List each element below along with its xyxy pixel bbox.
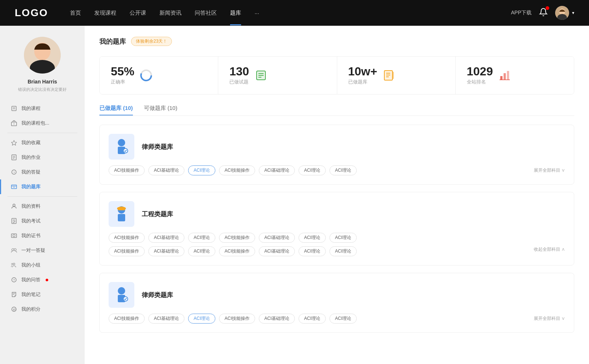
group-icon [11,262,17,268]
qa-icon: ? [11,169,17,175]
list-icon [254,69,268,82]
collapse-link-2[interactable]: 收起全部科目 ∧ [530,246,565,256]
tag-3-2[interactable]: ACI理论 [188,314,215,324]
bar-chart-icon [498,69,511,82]
bank-tags-row-2b: ACI技能操作 ACI基础理论 ACI理论 ACI技能操作 ACI基础理论 AC… [109,246,565,256]
sidebar-item-package[interactable]: 我的课程包... [0,116,85,131]
sidebar-item-homework[interactable]: 我的作业 [0,150,85,165]
tag-1-1[interactable]: ACI基础理论 [148,165,184,175]
tag-2-2[interactable]: ACI理论 [188,233,215,243]
sidebar-item-one-one[interactable]: 一对一答疑 [0,243,85,258]
tag-1-0[interactable]: ACI技能操作 [109,165,145,175]
star-icon [11,140,17,146]
svg-rect-50 [392,72,394,79]
notification-bell[interactable] [539,8,548,18]
stat-ranking: 1029 全站排名 [456,57,574,94]
tab-todo-banks[interactable]: 可做题库 (10) [144,105,177,115]
tabs-row: 已做题库 (10) 可做题库 (10) [99,105,574,116]
tag-2-4[interactable]: ACI基础理论 [259,233,295,243]
stat-done-banks: 10w+ 已做题库 [337,57,456,94]
page-header: 我的题库 体验剩余23天！ [99,37,574,46]
sidebar-item-profile[interactable]: 我的资料 [0,199,85,214]
bank-card-engineer: 工程类题库 ACI技能操作 ACI基础理论 ACI理论 ACI技能操作 ACI基… [99,192,574,265]
svg-rect-52 [504,73,506,80]
tag-2b-5[interactable]: ACI理论 [299,246,326,256]
tag-2-1[interactable]: ACI基础理论 [148,233,184,243]
tag-2-5[interactable]: ACI理论 [299,233,326,243]
tag-2b-2[interactable]: ACI理论 [188,246,215,256]
tag-1-5[interactable]: ACI理论 [299,165,326,175]
sidebar-item-bank[interactable]: 我的题库 [0,179,85,194]
tag-1-4[interactable]: ACI基础理论 [259,165,295,175]
tag-2b-1[interactable]: ACI基础理论 [148,246,184,256]
sidebar-item-notes[interactable]: 我的笔记 [0,287,85,302]
sidebar-motto: 错误的决定比没有决定要好 [18,87,67,92]
tag-3-1[interactable]: ACI基础理论 [148,314,184,324]
svg-rect-6 [12,106,16,111]
page-title: 我的题库 [99,37,126,46]
tab-done-banks[interactable]: 已做题库 (10) [99,105,133,115]
bank-card-header-1: 律师类题库 [109,134,565,160]
svg-point-29 [13,263,15,265]
user-avatar-wrap[interactable]: ▾ [555,6,574,20]
tag-1-6[interactable]: ACI理论 [329,165,357,175]
avatar [555,6,569,20]
sidebar-item-exam[interactable]: 我的考试 [0,214,85,228]
page-layout: Brian Harris 错误的决定比没有决定要好 我的课程 我的课程包... [0,26,589,364]
expand-link-1[interactable]: 展开全部科目 ∨ [530,167,565,174]
stat-accuracy-number: 55% [111,65,134,77]
app-download-button[interactable]: APP下载 [511,10,532,16]
tag-2b-4[interactable]: ACI基础理论 [259,246,295,256]
nav-discover[interactable]: 发现课程 [94,10,116,17]
tag-3-6[interactable]: ACI理论 [329,314,357,324]
tag-2b-0[interactable]: ACI技能操作 [109,246,145,256]
doc-icon [11,203,17,209]
sidebar-item-course[interactable]: 我的课程 [0,101,85,116]
tag-3-3[interactable]: ACI技能操作 [219,314,255,324]
nav-bank[interactable]: 题库 [230,10,241,17]
bank-tags-row-2a: ACI技能操作 ACI基础理论 ACI理论 ACI技能操作 ACI基础理论 AC… [109,233,565,243]
stat-ranking-label: 全站排名 [467,79,493,85]
divider-2 [7,196,77,197]
nav-qa[interactable]: 问答社区 [195,10,217,17]
svg-text:?: ? [13,278,15,282]
exam-icon [11,218,17,224]
svg-point-28 [14,249,16,251]
nav-home[interactable]: 首页 [70,10,81,17]
bank-title-2: 工程类题库 [142,210,173,218]
tag-3-0[interactable]: ACI技能操作 [109,314,145,324]
tag-1-3[interactable]: ACI技能操作 [219,165,255,175]
svg-rect-18 [11,185,17,189]
bank-icon-engineer [109,201,134,227]
nav-menu: 首页 发现课程 公开课 新闻资讯 问答社区 题库 ··· [70,10,511,17]
sidebar-item-cert[interactable]: 我的证书 [0,228,85,243]
tag-2b-3[interactable]: ACI技能操作 [219,246,255,256]
svg-rect-53 [507,71,509,80]
tag-2b-6[interactable]: ACI理论 [329,246,357,256]
sidebar-item-qa[interactable]: ? 我的答疑 [0,165,85,179]
svg-point-39 [143,72,149,78]
sidebar-item-points[interactable]: 积 我的积分 [0,302,85,317]
tag-1-2[interactable]: ACI理论 [188,165,215,175]
stat-done-tests-number: 130 [229,65,249,77]
stats-row: 55% 正确率 130 已做试题 [99,56,574,94]
svg-point-21 [13,204,15,206]
svg-point-27 [12,249,14,251]
nav-news[interactable]: 新闻资讯 [159,10,181,17]
bank-icon-lawyer-2 [109,282,134,308]
nav-open-course[interactable]: 公开课 [130,10,146,17]
expand-link-3[interactable]: 展开全部科目 ∨ [530,315,565,322]
homework-icon [11,154,17,160]
sidebar-item-group[interactable]: 我的小组 [0,258,85,272]
tag-2-3[interactable]: ACI技能操作 [219,233,255,243]
tag-3-5[interactable]: ACI理论 [299,314,326,324]
qa2-icon: ? [11,277,17,283]
navbar-right: APP下载 ▾ [511,6,574,20]
sidebar-item-questions[interactable]: ? 我的问答 [0,272,85,287]
tag-3-4[interactable]: ACI基础理论 [259,314,295,324]
svg-point-26 [13,235,15,237]
tag-2-0[interactable]: ACI技能操作 [109,233,145,243]
sidebar-item-favorites[interactable]: 我的收藏 [0,135,85,150]
tag-2-6[interactable]: ACI理论 [329,233,357,243]
nav-more[interactable]: ··· [254,10,259,16]
